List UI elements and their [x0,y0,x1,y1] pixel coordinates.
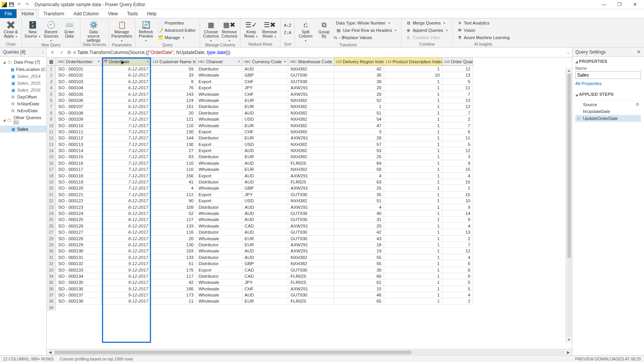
properties-button[interactable]: 📄Properties [156,20,198,26]
cell[interactable]: 124 [151,97,196,103]
cell[interactable]: 33 [151,72,196,78]
cell[interactable]: 10 [384,72,442,78]
cell[interactable]: 7-12-2017 [102,160,151,166]
sort-asc-button[interactable]: A↓Z [283,22,292,29]
cell[interactable]: 8-12-2017 [102,229,151,235]
cell[interactable]: AUD [242,210,288,216]
cell[interactable]: EUR [242,166,288,172]
row-number[interactable]: 18 [47,173,56,179]
cell[interactable]: 7-12-2017 [102,116,151,122]
cell[interactable]: GBP [242,260,288,267]
cell[interactable]: 5 [442,286,473,292]
row-number[interactable]: 2 [47,72,56,78]
cell[interactable]: 61 [334,279,384,285]
cell[interactable]: 166 [151,286,196,292]
cell[interactable]: SO - 000105 [56,91,102,97]
cell[interactable]: SO - 000106 [56,97,102,103]
cell[interactable]: SO - 000101 [56,66,102,72]
remove-rows-button[interactable]: ☰✖Remove Rows ▼ [261,20,278,39]
cell[interactable]: Export [196,129,242,135]
cell[interactable]: 1 [384,286,442,292]
cell[interactable]: AUD [242,254,288,260]
cell[interactable]: SO - 000130 [56,248,102,254]
cell[interactable]: CAD [242,267,288,273]
cell[interactable]: 28 [334,135,384,141]
cell[interactable]: 35 [334,192,384,198]
cell[interactable]: 12 [442,103,473,110]
cell[interactable]: 51 [151,260,196,267]
cell[interactable]: Distributor [196,154,242,160]
cell[interactable]: 8 [442,273,473,279]
row-number[interactable]: 4 [47,85,56,91]
cell[interactable]: SO - 000136 [56,286,102,292]
cell[interactable]: GUT930 [288,267,334,273]
cell[interactable]: JPY [242,85,288,91]
row-number[interactable]: 23 [47,204,56,210]
cell[interactable]: 20 [334,91,384,97]
scroll-down-icon[interactable]: ▼ [566,337,572,343]
cell[interactable]: GBP [242,185,288,191]
cell[interactable]: 6 [442,129,473,135]
row-number[interactable]: 16 [47,160,56,166]
cell[interactable]: 47 [334,123,384,129]
cell[interactable]: CHF [242,79,288,85]
cell[interactable]: 8-12-2017 [102,248,151,254]
tab-tools[interactable]: Tools [122,9,142,18]
cell[interactable]: SO - 000122 [56,198,102,204]
cell[interactable]: 20 [151,110,196,116]
cell[interactable]: 6-12-2017 [102,97,151,103]
cell[interactable]: SO - 000119 [56,179,102,185]
cell[interactable]: 7-12-2017 [102,141,151,147]
cell[interactable]: 6-12-2017 [102,91,151,97]
cell[interactable]: Wholesale [196,216,242,223]
undo-icon[interactable]: ↶ [16,2,22,8]
cell[interactable]: 1 [384,141,442,147]
cell[interactable]: 143 [151,91,196,97]
cell[interactable]: AUD [242,248,288,254]
cell[interactable]: 18 [334,242,384,248]
cell[interactable]: CAD [242,223,288,229]
row-number[interactable]: 7 [47,103,56,110]
row-number[interactable]: 19 [47,179,56,185]
cell[interactable]: EUR [242,135,288,141]
cell[interactable]: SO - 000127 [56,229,102,235]
cell[interactable]: 1 [384,254,442,260]
cell[interactable]: 8-12-2017 [102,216,151,223]
cell[interactable]: 8-12-2017 [102,198,151,204]
row-number[interactable]: 15 [47,154,56,160]
cell[interactable]: EUR [242,154,288,160]
query-item[interactable]: ▦Sales [0,126,46,133]
cell[interactable]: AXW291 [288,185,334,191]
cell[interactable]: Distributor [196,260,242,267]
close-button[interactable]: ✕ [627,0,642,9]
row-number[interactable]: 6 [47,97,56,103]
cell[interactable]: FLR025 [288,298,334,304]
cell[interactable]: 8-12-2017 [102,204,151,210]
cell[interactable]: AUD [242,66,288,72]
query-group[interactable]: ◢🗀Other Queries [1] [0,114,46,126]
cell[interactable]: 4 [151,185,196,191]
cell[interactable]: 2 [442,185,473,191]
cell[interactable]: 130 [151,242,196,248]
cell[interactable]: Distributor [196,110,242,116]
cell[interactable]: 15 [442,166,473,172]
cell[interactable]: 5 [442,141,473,147]
queries-tree[interactable]: ◢🗀Data Prep [7]▦FileLocation (C:\...▦Sal… [0,57,46,355]
cell[interactable]: 130 [151,141,196,147]
delete-step-icon[interactable]: ✕ [577,116,580,121]
cell[interactable]: EUR [242,123,288,129]
cell[interactable]: 8 [151,79,196,85]
cell[interactable]: 112 [151,192,196,198]
cell[interactable]: SO - 000123 [56,204,102,210]
horizontal-scrollbar[interactable]: ◀ ▶ [47,349,572,355]
cell[interactable]: 13 [442,97,473,103]
tab-add-column[interactable]: Add Column [69,9,104,18]
cell[interactable]: AXW291 [288,204,334,210]
cell[interactable]: EUR [242,298,288,304]
gear-icon[interactable]: ⚙ [636,102,639,107]
cell[interactable]: 6 [442,267,473,273]
cell[interactable]: NXH382 [288,103,334,110]
cell[interactable]: SO - 000138 [56,298,102,304]
cell[interactable]: SO - 000126 [56,223,102,229]
cell[interactable]: 130 [151,129,196,135]
